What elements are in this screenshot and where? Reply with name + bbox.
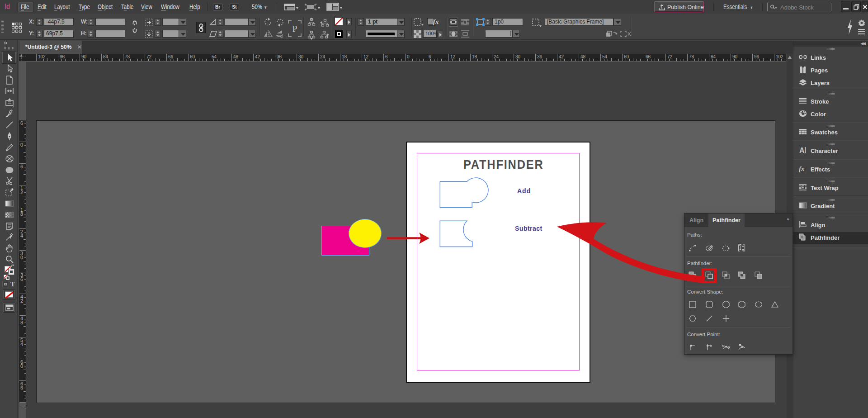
svg-text:A: A	[799, 147, 805, 154]
svg-text:P: P	[292, 24, 297, 33]
svg-text:T: T	[9, 111, 12, 115]
svg-text:fx: fx	[799, 165, 805, 172]
